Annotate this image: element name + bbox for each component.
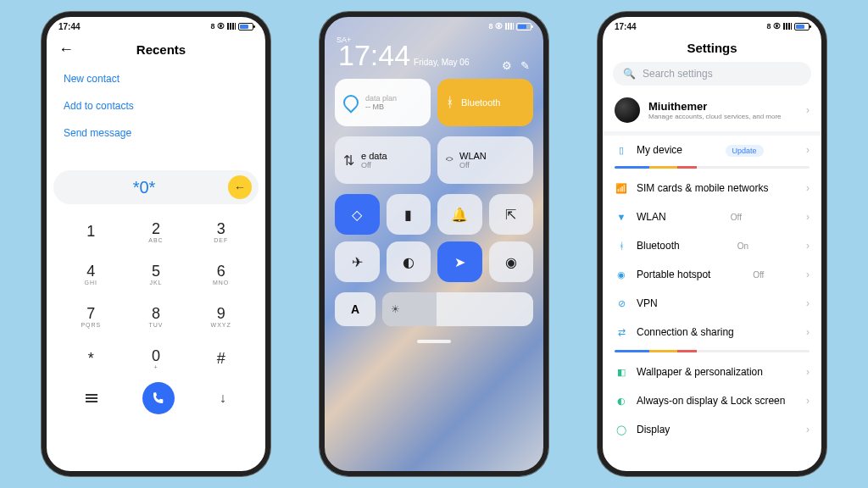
chevron-right-icon: › [806, 144, 810, 156]
link-add-to-contacts[interactable]: Add to contacts [64, 92, 248, 119]
signal-icon [227, 23, 236, 30]
tile-bluetooth[interactable]: ᚼ Bluetooth [437, 79, 533, 126]
drag-handle[interactable] [417, 340, 451, 343]
item-my-device[interactable]: ▯ My device Update › [603, 136, 821, 164]
link-new-contact[interactable]: New contact [64, 65, 248, 92]
key-6[interactable]: 6MNO [188, 255, 253, 292]
tile-airplane[interactable]: ✈ [335, 241, 380, 282]
tile-vibrate[interactable]: ◇ [335, 194, 380, 235]
chevron-right-icon: › [806, 104, 810, 116]
section-divider [615, 166, 810, 169]
auto-brightness-button[interactable]: A [335, 292, 376, 326]
search-icon: 🔍 [623, 68, 636, 80]
phone-settings: 17:44 8 ⦿ Settings 🔍 Search settings Miu… [598, 12, 826, 476]
item-vpn[interactable]: ⊘VPN› [603, 289, 821, 318]
bluetooth-icon: ᚼ [446, 95, 454, 110]
key-1[interactable]: 1 [58, 213, 124, 250]
update-badge: Update [726, 145, 764, 157]
drop-icon [340, 92, 361, 113]
brightness-slider[interactable]: ☀ [382, 292, 533, 326]
device-icon: ▯ [615, 143, 628, 157]
tile-eye-comfort[interactable]: ◉ [489, 241, 534, 282]
key-5[interactable]: 5JKL [124, 255, 189, 292]
key-2[interactable]: 2ABC [124, 213, 189, 250]
item-connection-sharing[interactable]: ⇄Connection & sharing› [603, 318, 821, 347]
item-wallpaper-personalization[interactable]: ◧Wallpaper & personalization› [603, 358, 821, 386]
page-title: Recents [69, 42, 253, 57]
battery-icon [516, 23, 531, 30]
page-title: Settings [603, 34, 821, 62]
item-wlan[interactable]: ▼WLANOff› [603, 202, 821, 231]
battery-icon [238, 23, 253, 30]
link-send-message[interactable]: Send message [64, 119, 248, 147]
battery-icon [794, 23, 810, 30]
key-0[interactable]: 0+ [124, 340, 189, 377]
status-bar: 17:44 8 ⦿ [47, 17, 265, 34]
key-#[interactable]: # [188, 340, 253, 377]
tile-data-plan[interactable]: data plan -- MB [335, 79, 431, 126]
tile-flashlight[interactable]: ▮ [387, 194, 431, 235]
dialpad: 12ABC3DEF4GHI5JKL6MNO7PQRS8TUV9WXYZ*0+# [47, 208, 265, 377]
carrier-label: SA+ [337, 36, 351, 44]
phone-control-center: 8 ⦿ SA+ 17:44 Friday, May 06 ⚙ ✎ data pl… [320, 12, 548, 476]
status-time: 17:44 [58, 22, 81, 31]
cc-date: Friday, May 06 [414, 58, 469, 67]
menu-button[interactable] [86, 394, 97, 402]
collapse-button[interactable]: ↓ [220, 391, 226, 406]
key-3[interactable]: 3DEF [188, 213, 253, 250]
call-button[interactable] [142, 382, 175, 414]
item-display[interactable]: ◯Display› [603, 415, 821, 444]
signal-icon [783, 23, 792, 30]
data-icon: ⇅ [343, 152, 354, 169]
tile-location[interactable]: ➤ [437, 241, 482, 282]
key-7[interactable]: 7PQRS [58, 297, 124, 335]
item-sim-cards-mobile-networks[interactable]: 📶SIM cards & mobile networks› [603, 174, 821, 202]
key-4[interactable]: 4GHI [58, 255, 124, 292]
key-*[interactable]: * [58, 340, 124, 377]
status-bar: 17:44 8 ⦿ [603, 17, 821, 34]
avatar [615, 97, 640, 123]
tile-cast[interactable]: ⇱ [489, 194, 534, 235]
signal-icon [505, 23, 514, 30]
status-bar: 8 ⦿ [325, 17, 543, 34]
edit-icon[interactable]: ✎ [520, 59, 530, 72]
settings-icon[interactable]: ⚙ [502, 59, 512, 72]
search-input[interactable]: 🔍 Search settings [613, 62, 811, 86]
phone-dialer: 17:44 8 ⦿ ← Recents New contact Add to c… [42, 12, 270, 476]
dial-input[interactable]: *0* [60, 178, 228, 197]
section-divider [615, 350, 810, 352]
item-portable-hotspot[interactable]: ◉Portable hotspotOff› [603, 260, 821, 289]
key-8[interactable]: 8TUV [124, 297, 189, 335]
key-9[interactable]: 9WXYZ [188, 297, 253, 335]
tile-mobile-data[interactable]: ⇅ e data Off [335, 136, 431, 184]
wifi-icon: ⌔ [446, 153, 453, 167]
item-bluetooth[interactable]: ᚼBluetoothOn› [603, 231, 821, 260]
tile-sound[interactable]: 🔔 [437, 194, 482, 235]
account-row[interactable]: Miuithemer Manage accounts, cloud servic… [603, 92, 821, 131]
dial-input-row: *0* ← [53, 170, 259, 204]
tile-dark-mode[interactable]: ◐ [387, 241, 431, 282]
item-always-on-display-lock-screen[interactable]: ◐Always-on display & Lock screen› [603, 386, 821, 415]
tile-wlan[interactable]: ⌔ WLAN Off [437, 136, 533, 184]
action-links: New contact Add to contacts Send message [47, 62, 265, 147]
backspace-button[interactable]: ← [228, 175, 252, 199]
phone-icon [152, 391, 165, 405]
sun-icon: ☀ [391, 303, 400, 315]
status-right: 8 ⦿ [210, 22, 253, 30]
